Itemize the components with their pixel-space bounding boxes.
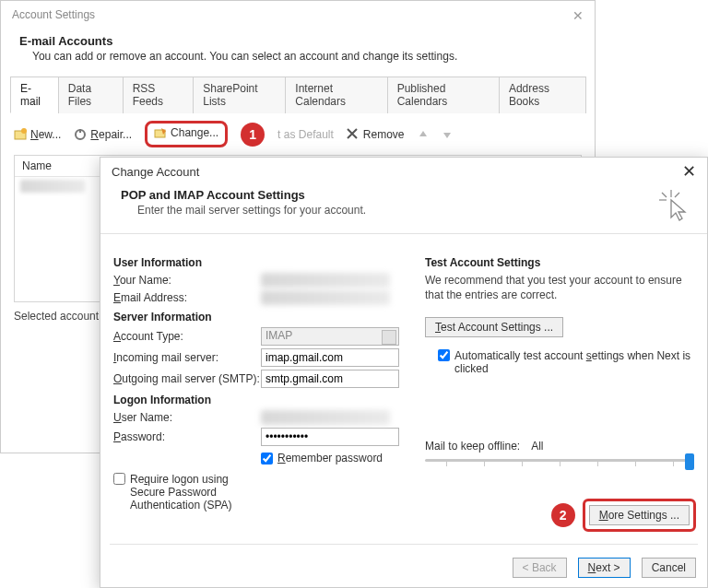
remove-icon [347, 128, 360, 141]
more-settings-highlight: More Settings ... [583, 499, 696, 532]
new-button[interactable]: New... [14, 128, 61, 141]
username-value [261, 410, 390, 425]
email-accounts-heading: E-mail Accounts [1, 30, 595, 50]
auto-test-checkbox[interactable]: Automatically test account settings when… [438, 349, 694, 375]
close-icon[interactable]: ✕ [682, 165, 696, 179]
annotation-2: 2 [551, 503, 575, 527]
email-value [261, 290, 390, 305]
repair-icon [74, 128, 87, 141]
outgoing-input[interactable] [261, 370, 399, 388]
svg-line-7 [662, 193, 667, 197]
incoming-input[interactable] [261, 348, 399, 367]
back-button[interactable]: < Back [513, 558, 567, 578]
outgoing-label: Outgoing mail server (SMTP): [113, 372, 261, 385]
move-down-icon[interactable] [442, 129, 453, 140]
more-settings-button[interactable]: More Settings ... [589, 505, 690, 525]
email-label: Email Address: [113, 291, 261, 304]
change-icon [154, 126, 167, 139]
mail-offline-label: Mail to keep offline: [425, 440, 520, 453]
tab-data-files[interactable]: Data Files [58, 76, 124, 113]
password-label: Password: [113, 430, 261, 443]
account-type-select: IMAP [261, 327, 399, 346]
set-default-button[interactable]: t as Default [277, 128, 334, 141]
email-accounts-sub: You can add or remove an account. You ca… [1, 50, 595, 76]
move-up-icon[interactable] [418, 129, 429, 140]
remove-button[interactable]: Remove [347, 128, 405, 141]
close-icon[interactable]: ✕ [572, 8, 584, 23]
tabs: E-mail Data Files RSS Feeds SharePoint L… [10, 76, 585, 113]
change-highlight: Change... [145, 121, 228, 147]
svg-point-1 [21, 128, 27, 134]
incoming-label: Incoming mail server: [113, 351, 261, 364]
mail-offline-value: All [531, 440, 543, 453]
server-info-heading: Server Information [113, 311, 408, 323]
test-description: We recommend that you test your account … [425, 273, 694, 302]
test-heading: Test Account Settings [425, 256, 694, 269]
svg-rect-3 [79, 129, 81, 133]
password-input[interactable] [261, 428, 399, 446]
cancel-button[interactable]: Cancel [642, 558, 696, 578]
svg-line-8 [675, 193, 679, 197]
change-account-title: Change Account [112, 165, 199, 179]
pop-imap-heading: POP and IMAP Account Settings [121, 188, 687, 202]
spa-checkbox[interactable]: Require logon using Secure Password Auth… [113, 473, 261, 512]
pop-imap-sub: Enter the mail server settings for your … [121, 204, 687, 217]
tab-address-books[interactable]: Address Books [499, 76, 586, 113]
mail-offline-slider[interactable] [425, 453, 694, 467]
annotation-1: 1 [241, 123, 265, 147]
repair-button[interactable]: Repair... [74, 128, 132, 141]
toolbar: New... Repair... Change... 1 t as Defaul… [1, 113, 595, 155]
tab-email[interactable]: E-mail [10, 76, 59, 113]
remember-password-checkbox[interactable]: Remember password [261, 452, 408, 465]
cursor-icon [659, 190, 690, 221]
user-info-heading: User Information [113, 256, 408, 269]
tab-internet-cal[interactable]: Internet Calendars [285, 76, 387, 113]
test-account-button[interactable]: Test Account Settings ... [425, 317, 563, 337]
account-settings-title: Account Settings [12, 8, 95, 23]
account-type-label: Account Type: [113, 330, 261, 343]
username-label: User Name: [113, 411, 261, 424]
tab-sharepoint[interactable]: SharePoint Lists [193, 76, 286, 113]
new-icon [14, 128, 27, 141]
change-button[interactable]: Change... [154, 126, 218, 139]
next-button[interactable]: Next > [578, 558, 631, 578]
your-name-value [261, 273, 390, 288]
list-item[interactable] [20, 180, 85, 193]
your-name-label: Your Name: [113, 274, 261, 287]
tab-rss[interactable]: RSS Feeds [123, 76, 195, 113]
tab-published-cal[interactable]: Published Calendars [387, 76, 500, 113]
logon-info-heading: Logon Information [113, 394, 408, 406]
slider-thumb[interactable] [685, 453, 694, 470]
change-account-window: Change Account ✕ POP and IMAP Account Se… [100, 157, 708, 588]
